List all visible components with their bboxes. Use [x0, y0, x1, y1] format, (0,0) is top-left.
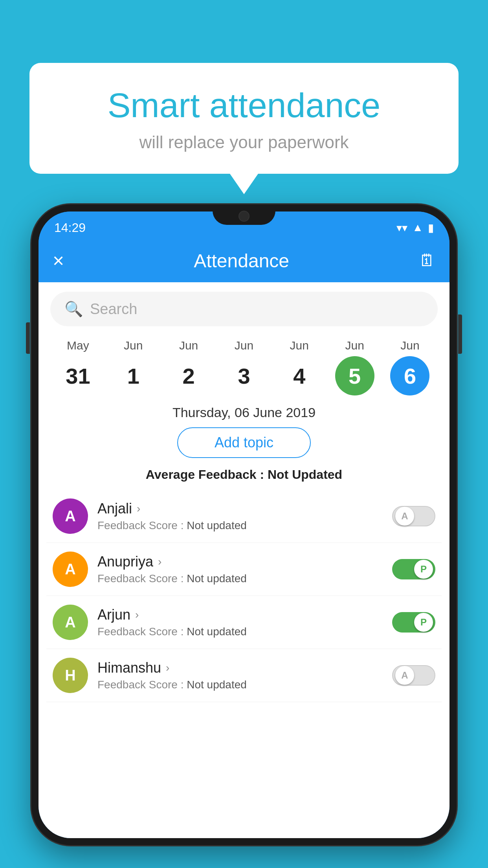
- avg-feedback-label: Average Feedback :: [146, 467, 268, 482]
- student-info-3: Himanshu ›Feedback Score : Not updated: [97, 660, 383, 691]
- student-item-2[interactable]: AArjun ›Feedback Score : Not updatedP: [46, 596, 442, 649]
- speech-bubble-container: Smart attendance will replace your paper…: [29, 63, 459, 174]
- calendar-day-6[interactable]: Jun6: [386, 339, 433, 395]
- calendar-icon[interactable]: 🗓: [419, 251, 435, 270]
- app-bar: × Attendance 🗓: [39, 239, 449, 282]
- signal-icon: ▲: [412, 221, 423, 234]
- student-feedback-2: Feedback Score : Not updated: [97, 625, 383, 638]
- cal-month-6: Jun: [400, 339, 419, 352]
- search-icon: 🔍: [64, 300, 83, 318]
- cal-month-1: Jun: [124, 339, 143, 352]
- phone-container: 14:29 ▾▾ ▲ ▮ × Attendance 🗓 🔍 Search: [31, 204, 457, 868]
- calendar-day-2[interactable]: Jun2: [165, 339, 212, 395]
- cal-month-3: Jun: [235, 339, 253, 352]
- attendance-toggle-3[interactable]: A: [392, 665, 435, 686]
- student-list: AAnjali ›Feedback Score : Not updatedAAA…: [39, 490, 449, 702]
- student-name-0: Anjali ›: [97, 500, 383, 517]
- phone-notch: [213, 204, 275, 225]
- avatar-0: A: [53, 498, 88, 534]
- calendar-day-4[interactable]: Jun4: [276, 339, 323, 395]
- phone-screen: 14:29 ▾▾ ▲ ▮ × Attendance 🗓 🔍 Search: [39, 211, 449, 838]
- student-feedback-3: Feedback Score : Not updated: [97, 679, 383, 691]
- cal-date-0[interactable]: 31: [58, 356, 97, 395]
- close-button[interactable]: ×: [53, 249, 64, 272]
- calendar-day-1[interactable]: Jun1: [110, 339, 157, 395]
- student-item-0[interactable]: AAnjali ›Feedback Score : Not updatedA: [46, 490, 442, 543]
- attendance-toggle-2[interactable]: P: [392, 612, 435, 633]
- cal-date-6[interactable]: 6: [390, 356, 429, 395]
- toggle-knob-2: P: [414, 613, 433, 632]
- cal-month-4: Jun: [290, 339, 309, 352]
- cal-date-3[interactable]: 3: [224, 356, 264, 395]
- cal-month-2: Jun: [179, 339, 198, 352]
- student-chevron-1: ›: [158, 555, 161, 568]
- speech-bubble-title: Smart attendance: [53, 86, 435, 125]
- speech-bubble: Smart attendance will replace your paper…: [29, 63, 459, 174]
- cal-date-2[interactable]: 2: [169, 356, 208, 395]
- calendar-day-3[interactable]: Jun3: [220, 339, 268, 395]
- calendar-strip: May31Jun1Jun2Jun3Jun4Jun5Jun6: [39, 333, 449, 395]
- student-name-1: Anupriya ›: [97, 554, 383, 570]
- status-icons: ▾▾ ▲ ▮: [396, 217, 434, 234]
- student-feedback-0: Feedback Score : Not updated: [97, 519, 383, 532]
- attendance-toggle-0[interactable]: A: [392, 506, 435, 526]
- toggle-knob-3: A: [395, 666, 414, 685]
- battery-icon: ▮: [428, 221, 434, 234]
- wifi-icon: ▾▾: [396, 221, 407, 234]
- status-time: 14:29: [54, 216, 86, 235]
- search-input-placeholder[interactable]: Search: [90, 301, 137, 318]
- student-info-1: Anupriya ›Feedback Score : Not updated: [97, 554, 383, 585]
- content-area: 🔍 Search May31Jun1Jun2Jun3Jun4Jun5Jun6 T…: [39, 282, 449, 838]
- add-topic-button[interactable]: Add topic: [177, 427, 311, 458]
- phone-outer: 14:29 ▾▾ ▲ ▮ × Attendance 🗓 🔍 Search: [31, 204, 457, 845]
- student-name-3: Himanshu ›: [97, 660, 383, 676]
- cal-month-5: Jun: [345, 339, 364, 352]
- avg-feedback: Average Feedback : Not Updated: [39, 467, 449, 482]
- avg-feedback-value: Not Updated: [268, 467, 342, 482]
- cal-date-1[interactable]: 1: [114, 356, 153, 395]
- student-item-1[interactable]: AAnupriya ›Feedback Score : Not updatedP: [46, 543, 442, 596]
- avatar-2: A: [53, 605, 88, 640]
- student-info-2: Arjun ›Feedback Score : Not updated: [97, 607, 383, 638]
- cal-date-5[interactable]: 5: [335, 356, 374, 395]
- student-chevron-3: ›: [166, 662, 169, 674]
- student-info-0: Anjali ›Feedback Score : Not updated: [97, 500, 383, 532]
- toggle-knob-1: P: [414, 560, 433, 579]
- student-name-2: Arjun ›: [97, 607, 383, 623]
- phone-camera: [238, 211, 250, 222]
- student-feedback-1: Feedback Score : Not updated: [97, 572, 383, 585]
- toggle-knob-0: A: [395, 507, 414, 526]
- selected-date-label: Thursday, 06 June 2019: [39, 405, 449, 420]
- avatar-1: A: [53, 552, 88, 587]
- search-bar[interactable]: 🔍 Search: [50, 292, 438, 326]
- cal-date-4[interactable]: 4: [280, 356, 319, 395]
- student-item-3[interactable]: HHimanshu ›Feedback Score : Not updatedA: [46, 649, 442, 702]
- avatar-3: H: [53, 658, 88, 693]
- student-chevron-2: ›: [135, 609, 139, 621]
- cal-month-0: May: [67, 339, 89, 352]
- attendance-toggle-1[interactable]: P: [392, 559, 435, 579]
- student-chevron-0: ›: [137, 502, 140, 515]
- speech-bubble-subtitle: will replace your paperwork: [53, 132, 435, 152]
- app-bar-title: Attendance: [194, 250, 289, 272]
- calendar-day-5[interactable]: Jun5: [331, 339, 378, 395]
- calendar-day-0[interactable]: May31: [54, 339, 101, 395]
